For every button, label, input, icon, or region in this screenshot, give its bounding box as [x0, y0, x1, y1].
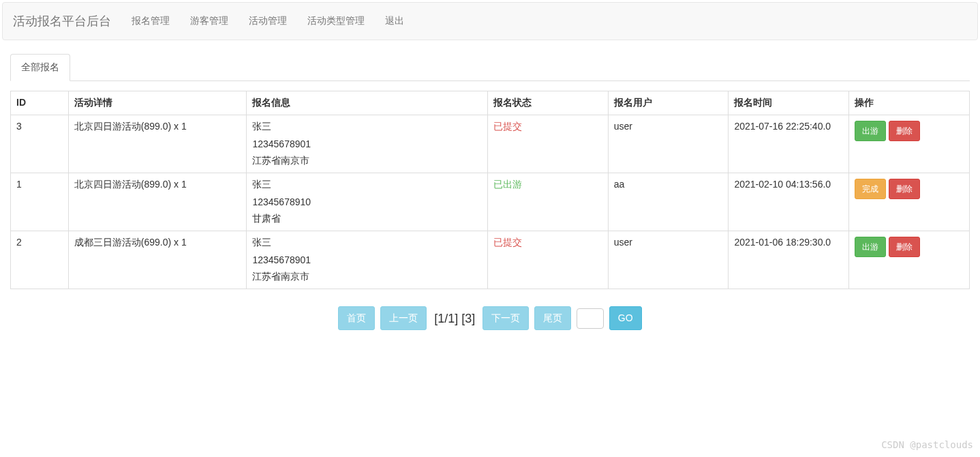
page-next-button[interactable]: 下一页: [483, 306, 529, 330]
table-row: 1 北京四日游活动(899.0) x 1 张三 12345678910 甘肃省 …: [11, 173, 970, 231]
action-primary-button[interactable]: 出游: [855, 237, 886, 257]
cell-id: 1: [11, 173, 69, 231]
th-info: 报名信息: [247, 91, 488, 115]
action-primary-button[interactable]: 出游: [855, 121, 886, 141]
action-delete-button[interactable]: 删除: [889, 237, 920, 257]
table-row: 3 北京四日游活动(899.0) x 1 张三 12345678901 江苏省南…: [11, 115, 970, 173]
info-phone: 12345678910: [252, 196, 482, 207]
cell-status: 已出游: [487, 173, 608, 231]
tab-all-registrations[interactable]: 全部报名: [10, 54, 70, 81]
cell-status: 已提交: [487, 115, 608, 173]
page-go-button[interactable]: GO: [609, 306, 642, 330]
cell-activity: 北京四日游活动(899.0) x 1: [68, 115, 247, 173]
status-text: 已提交: [493, 237, 522, 248]
page-prev-button[interactable]: 上一页: [380, 306, 427, 330]
cell-time: 2021-07-16 22:25:40.0: [729, 115, 849, 173]
info-name: 张三: [252, 179, 482, 191]
nav-visitor-mgmt[interactable]: 游客管理: [180, 5, 239, 38]
cell-info: 张三 12345678901 江苏省南京市: [247, 231, 488, 289]
nav-registration-mgmt[interactable]: 报名管理: [121, 5, 180, 38]
info-name: 张三: [252, 121, 482, 133]
cell-user: user: [608, 115, 729, 173]
cell-activity: 成都三日游活动(699.0) x 1: [68, 231, 247, 289]
cell-action: 出游 删除: [849, 231, 970, 289]
th-time: 报名时间: [729, 91, 849, 115]
navbar: 活动报名平台后台 报名管理 游客管理 活动管理 活动类型管理 退出: [2, 2, 978, 40]
cell-action: 完成 删除: [849, 173, 970, 231]
table-header-row: ID 活动详情 报名信息 报名状态 报名用户 报名时间 操作: [11, 91, 970, 115]
th-id: ID: [11, 91, 69, 115]
cell-info: 张三 12345678901 江苏省南京市: [247, 115, 488, 173]
cell-status: 已提交: [487, 231, 608, 289]
info-name: 张三: [252, 237, 482, 249]
info-addr: 甘肃省: [252, 213, 482, 225]
cell-time: 2021-01-06 18:29:30.0: [729, 231, 849, 289]
cell-time: 2021-02-10 04:13:56.0: [729, 173, 849, 231]
page-info: [1/1] [3]: [434, 312, 475, 326]
info-addr: 江苏省南京市: [252, 271, 482, 283]
info-phone: 12345678901: [252, 138, 482, 149]
main-container: 全部报名 ID 活动详情 报名信息 报名状态 报名用户 报名时间 操作 3 北京…: [0, 54, 980, 330]
th-status: 报名状态: [487, 91, 608, 115]
action-primary-button[interactable]: 完成: [855, 179, 886, 199]
navbar-nav: 报名管理 游客管理 活动管理 活动类型管理 退出: [121, 5, 414, 38]
page-first-button[interactable]: 首页: [338, 306, 375, 330]
navbar-brand[interactable]: 活动报名平台后台: [13, 3, 121, 40]
nav-logout[interactable]: 退出: [375, 5, 414, 38]
action-delete-button[interactable]: 删除: [889, 121, 920, 141]
nav-activity-mgmt[interactable]: 活动管理: [239, 5, 297, 38]
th-user: 报名用户: [608, 91, 729, 115]
nav-activity-type-mgmt[interactable]: 活动类型管理: [297, 5, 375, 38]
cell-action: 出游 删除: [849, 115, 970, 173]
info-phone: 12345678901: [252, 254, 482, 265]
info-addr: 江苏省南京市: [252, 155, 482, 167]
status-text: 已出游: [493, 179, 522, 190]
status-text: 已提交: [493, 121, 522, 132]
tabs: 全部报名: [10, 54, 970, 81]
page-last-button[interactable]: 尾页: [534, 306, 571, 330]
cell-info: 张三 12345678910 甘肃省: [247, 173, 488, 231]
th-action: 操作: [849, 91, 970, 115]
action-delete-button[interactable]: 删除: [889, 179, 920, 199]
cell-activity: 北京四日游活动(899.0) x 1: [68, 173, 247, 231]
registrations-table: ID 活动详情 报名信息 报名状态 报名用户 报名时间 操作 3 北京四日游活动…: [10, 91, 970, 289]
th-activity: 活动详情: [68, 91, 247, 115]
cell-user: user: [608, 231, 729, 289]
page-number-input[interactable]: [577, 308, 604, 329]
cell-id: 2: [11, 231, 69, 289]
table-row: 2 成都三日游活动(699.0) x 1 张三 12345678901 江苏省南…: [11, 231, 970, 289]
pagination: 首页 上一页 [1/1] [3] 下一页 尾页 GO: [10, 306, 970, 330]
cell-id: 3: [11, 115, 69, 173]
cell-user: aa: [608, 173, 729, 231]
